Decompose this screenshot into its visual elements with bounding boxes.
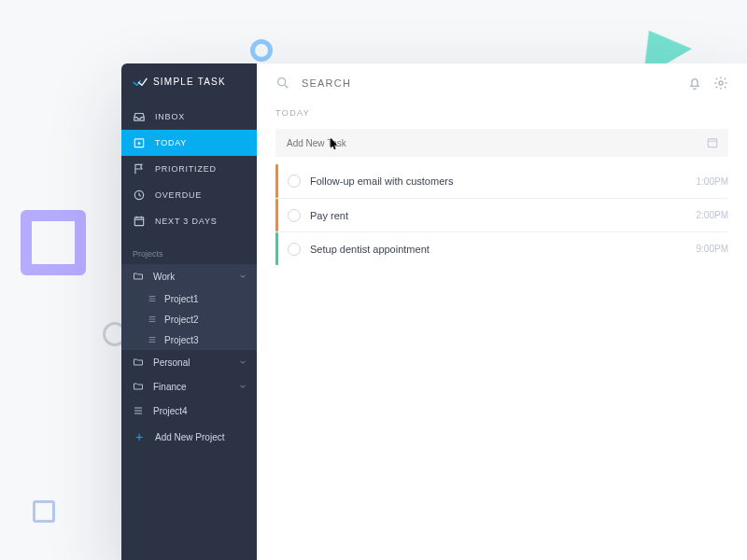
chevron-down-icon: [238, 357, 247, 367]
task-title: Setup dentist appointment: [310, 244, 697, 255]
search-icon: [275, 76, 290, 91]
folder-personal[interactable]: Personal: [121, 350, 257, 374]
task-accent: [275, 164, 278, 198]
svg-point-19: [278, 78, 286, 86]
task-time: 2:00PM: [697, 210, 728, 220]
sidebar-item-overdue[interactable]: OVERDUE: [121, 182, 257, 208]
add-project-button[interactable]: + Add New Project: [121, 423, 257, 451]
add-task-input[interactable]: [287, 138, 717, 148]
main-panel: TODAY Follow-up email with customers 1:0…: [257, 63, 747, 560]
sidebar-label: TODAY: [155, 138, 187, 147]
sidebar-label: OVERDUE: [155, 190, 202, 200]
app-logo: SIMPLE TASK: [121, 63, 257, 104]
logo-text: SIMPLE TASK: [153, 77, 226, 87]
sidebar-item-prioritized[interactable]: PRIORITIZED: [121, 156, 257, 182]
folder-finance[interactable]: Finance: [121, 374, 257, 399]
folder-work[interactable]: Work: [121, 264, 257, 288]
topbar: [257, 63, 747, 103]
bg-square-purple: [21, 210, 86, 275]
project-item-loose[interactable]: Project4: [121, 399, 257, 423]
sidebar-label: INBOX: [155, 112, 185, 121]
svg-point-1: [138, 143, 140, 145]
logo-icon: [133, 77, 148, 87]
folder-icon: [133, 381, 144, 392]
sidebar: SIMPLE TASK INBOX TODAY PRIORITIZED OVER…: [121, 63, 257, 560]
task-time: 1:00PM: [697, 176, 728, 187]
date-picker-icon[interactable]: [706, 136, 719, 149]
folder-icon: [133, 271, 144, 282]
task-checkbox[interactable]: [288, 209, 301, 222]
list-icon: [148, 335, 157, 344]
add-project-label: Add New Project: [155, 432, 224, 442]
task-time: 9:00PM: [697, 244, 728, 254]
list-icon: [148, 294, 157, 303]
sidebar-label: PRIORITIZED: [155, 164, 217, 174]
task-row[interactable]: Pay rent 2:00PM: [275, 198, 728, 231]
settings-button[interactable]: [713, 76, 728, 91]
svg-rect-22: [708, 139, 716, 147]
list-icon: [133, 405, 144, 416]
calendar-icon: [133, 215, 146, 228]
project-label: Project4: [153, 406, 188, 416]
folder-icon: [133, 357, 144, 368]
sidebar-item-inbox[interactable]: INBOX: [121, 104, 257, 130]
list-icon: [148, 315, 157, 324]
svg-rect-3: [134, 217, 143, 226]
flag-icon: [133, 162, 146, 175]
inbox-icon: [133, 110, 146, 123]
svg-point-21: [719, 81, 723, 85]
bg-circle-blue: [250, 39, 273, 62]
bg-square-small: [33, 500, 55, 523]
folder-label: Work: [153, 272, 175, 282]
content-area: TODAY Follow-up email with customers 1:0…: [257, 103, 747, 265]
sidebar-item-today[interactable]: TODAY: [121, 130, 257, 156]
sidebar-label: NEXT 3 DAYS: [155, 217, 218, 226]
task-title: Pay rent: [310, 210, 697, 221]
clock-icon: [133, 189, 146, 202]
svg-line-20: [285, 85, 288, 88]
project-label: Project3: [164, 335, 199, 345]
task-checkbox[interactable]: [288, 243, 301, 256]
project-item[interactable]: Project2: [121, 309, 257, 329]
project-item[interactable]: Project3: [121, 329, 257, 350]
plus-icon: +: [133, 429, 146, 444]
task-row[interactable]: Setup dentist appointment 9:00PM: [275, 231, 728, 265]
sidebar-item-next3days[interactable]: NEXT 3 DAYS: [121, 208, 257, 234]
chevron-down-icon: [238, 382, 247, 391]
notifications-button[interactable]: [687, 76, 702, 91]
project-folder-work: Work Project1 Project2 Project3: [121, 264, 257, 350]
add-task-row[interactable]: [275, 129, 728, 157]
section-heading: TODAY: [275, 103, 728, 129]
app-window: SIMPLE TASK INBOX TODAY PRIORITIZED OVER…: [121, 63, 747, 560]
folder-label: Personal: [153, 357, 190, 368]
folder-label: Finance: [153, 382, 187, 392]
task-row[interactable]: Follow-up email with customers 1:00PM: [275, 164, 728, 198]
project-label: Project1: [164, 294, 199, 304]
task-title: Follow-up email with customers: [310, 175, 697, 187]
task-accent: [275, 199, 278, 231]
search-input[interactable]: [302, 77, 676, 89]
projects-heading: Projects: [121, 234, 257, 264]
task-list: Follow-up email with customers 1:00PM Pa…: [275, 164, 728, 265]
project-item[interactable]: Project1: [121, 288, 257, 309]
task-checkbox[interactable]: [288, 175, 301, 188]
cursor-icon: [330, 137, 339, 150]
task-accent: [275, 232, 278, 265]
today-icon: [133, 136, 146, 149]
project-label: Project2: [164, 315, 199, 325]
chevron-down-icon: [238, 272, 247, 281]
